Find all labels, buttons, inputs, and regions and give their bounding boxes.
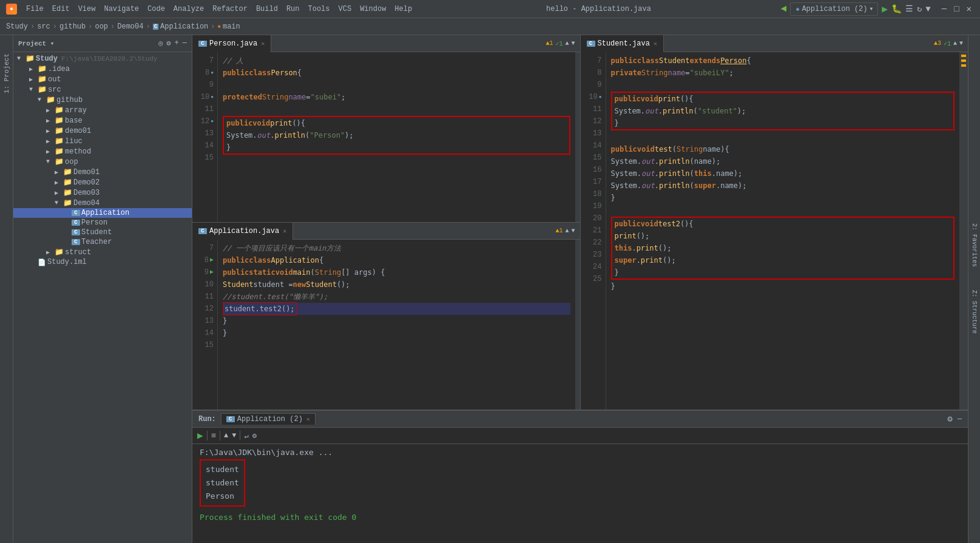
breadcrumb-oop[interactable]: oop xyxy=(95,22,108,31)
tree-item-src[interactable]: ▼ 📁 src xyxy=(13,84,192,95)
run-play-button[interactable]: ▶ xyxy=(197,430,203,442)
tree-item-base[interactable]: ▶ 📁 base xyxy=(13,115,192,126)
student-scroll-down[interactable]: ▼ xyxy=(959,40,963,47)
run-collapse-icon[interactable]: ─ xyxy=(958,415,962,423)
app-tab-close[interactable]: ✕ xyxy=(283,228,286,235)
menu-view[interactable]: View xyxy=(74,4,100,15)
tree-item-Person[interactable]: C Person xyxy=(13,218,192,228)
tree-item-liuc[interactable]: ▶ 📁 liuc xyxy=(13,136,192,146)
menu-edit[interactable]: Edit xyxy=(48,4,74,15)
run-output-box: student student Person xyxy=(200,459,245,507)
menu-tools[interactable]: Tools xyxy=(304,4,334,15)
tree-item-struct[interactable]: ▶ 📁 struct xyxy=(13,247,192,257)
tree-item-Student[interactable]: C Student xyxy=(13,228,192,237)
person-ok-badge: ✓1 xyxy=(555,40,563,47)
more-actions-button[interactable]: ▼ xyxy=(925,4,930,14)
debug-button[interactable]: 🐛 xyxy=(891,4,902,14)
project-tab-label[interactable]: 1: Project xyxy=(2,50,12,96)
breadcrumb-main[interactable]: ◆ main xyxy=(218,22,240,31)
tree-item-array[interactable]: ▶ 📁 array xyxy=(13,105,192,115)
close-button[interactable]: ✕ xyxy=(964,4,974,14)
person-code-area[interactable]: // 人 public class Person { protected Str… xyxy=(218,52,575,222)
breadcrumb-src[interactable]: src xyxy=(37,22,50,31)
tree-item-out[interactable]: ▶ 📁 out xyxy=(13,74,192,84)
sync-button[interactable]: ↻ xyxy=(917,4,922,14)
person-scroll-up[interactable]: ▲ xyxy=(565,40,569,47)
tree-item-Demo02[interactable]: ▶ 📁 Demo02 xyxy=(13,177,192,187)
tree-item-idea[interactable]: ▶ 📁 .idea xyxy=(13,64,192,74)
tab-application-java[interactable]: C Application.java ✕ xyxy=(192,223,293,240)
menu-file[interactable]: File xyxy=(22,4,48,15)
app-scrollbar[interactable] xyxy=(575,240,580,410)
tree-item-Demo04[interactable]: ▼ 📁 Demo04 xyxy=(13,198,192,208)
breadcrumb-study[interactable]: Study xyxy=(6,22,28,31)
maximize-button[interactable]: □ xyxy=(951,4,961,14)
breadcrumb-github[interactable]: github xyxy=(59,22,86,31)
breadcrumb-sep6: › xyxy=(211,22,215,31)
tree-item-demo01[interactable]: ▶ 📁 demo01 xyxy=(13,126,192,136)
person-tab-close[interactable]: ✕ xyxy=(261,40,265,47)
run-stop-button[interactable]: ■ xyxy=(211,431,216,440)
tree-item-github[interactable]: ▼ 📁 github xyxy=(13,95,192,105)
menu-navigate[interactable]: Navigate xyxy=(100,4,143,15)
menu-analyze[interactable]: Analyze xyxy=(169,4,208,15)
right-editor-pane: C Student.java ✕ ▲3 ✓1 ▲ ▼ 7 8 xyxy=(581,35,968,410)
run-tab-close[interactable]: ✕ xyxy=(306,416,310,423)
breadcrumb-sep3: › xyxy=(88,22,92,31)
build-button[interactable]: ☰ xyxy=(905,4,913,14)
run-scroll-down-button[interactable]: ▼ xyxy=(232,431,236,440)
student-scroll-up[interactable]: ▲ xyxy=(953,40,957,47)
sidebar-locate-icon[interactable]: ◎ xyxy=(158,39,163,48)
minimize-button[interactable]: ─ xyxy=(939,4,949,14)
menu-code[interactable]: Code xyxy=(143,4,169,15)
menu-bar[interactable]: File Edit View Navigate Code Analyze Ref… xyxy=(22,4,416,15)
breadcrumb-demo04[interactable]: Demo04 xyxy=(117,22,143,31)
Demo01-folder-icon: 📁 xyxy=(63,167,72,177)
run-filter-button[interactable]: ⚙ xyxy=(252,431,257,440)
back-nav-icon[interactable]: ◄ xyxy=(781,4,787,15)
tree-item-study[interactable]: ▼ 📁 Study F:\java\IDEA2020.2\Study xyxy=(13,53,192,64)
run-button[interactable]: ▶ xyxy=(882,3,888,15)
app-scroll-up[interactable]: ▲ xyxy=(565,228,569,234)
run-settings-icon[interactable]: ⚙ xyxy=(947,414,952,424)
sidebar-header: Project ▾ ◎ ⚙ + ─ xyxy=(13,35,192,52)
run-scroll-up-button[interactable]: ▲ xyxy=(224,431,228,440)
tree-item-Demo01[interactable]: ▶ 📁 Demo01 xyxy=(13,167,192,177)
sidebar-settings-icon[interactable]: ⚙ xyxy=(166,39,171,48)
run-wrap-button[interactable]: ↵ xyxy=(244,431,248,440)
tree-item-Demo03[interactable]: ▶ 📁 Demo03 xyxy=(13,187,192,198)
right-favorites-label[interactable]: 2: Favorites xyxy=(970,220,979,270)
sidebar-expand-icon[interactable]: + xyxy=(175,39,179,48)
tree-item-method[interactable]: ▶ 📁 method xyxy=(13,146,192,157)
tree-item-Application[interactable]: C Application xyxy=(13,208,192,218)
student-code-area[interactable]: public class Student extends Person { pr… xyxy=(606,52,960,410)
tree-item-study-iml[interactable]: 📄 Study.iml xyxy=(13,257,192,267)
app-scroll-down[interactable]: ▼ xyxy=(571,228,575,234)
menu-run[interactable]: Run xyxy=(282,4,304,15)
student-tab-close[interactable]: ✕ xyxy=(654,40,657,47)
tab-person-java[interactable]: C Person.java ✕ xyxy=(192,35,271,52)
app-header-badges: ▲1 ▲ ▼ xyxy=(555,228,580,234)
tree-item-oop[interactable]: ▼ 📁 oop xyxy=(13,157,192,167)
menu-build[interactable]: Build xyxy=(252,4,282,15)
sidebar-close-icon[interactable]: ─ xyxy=(183,39,187,48)
expand-method-icon: ▶ xyxy=(46,148,53,155)
menu-refactor[interactable]: Refactor xyxy=(208,4,252,15)
breadcrumb-application[interactable]: C Application xyxy=(153,22,209,31)
student-code-view: 7 8 9 10● 11 12 13 14 15 16 17 18 19 20 xyxy=(581,52,968,410)
out-folder-icon: 📁 xyxy=(38,75,47,84)
menu-window[interactable]: Window xyxy=(356,4,390,15)
tree-item-Teacher[interactable]: C Teacher xyxy=(13,237,192,247)
run-config-dropdown[interactable]: ◆ Application (2) ▼ xyxy=(790,2,878,16)
person-editor: C Person.java ✕ ▲1 ✓1 ▲ ▼ xyxy=(192,35,580,223)
tab-student-java[interactable]: C Student.java ✕ xyxy=(581,35,664,52)
person-scroll-down[interactable]: ▼ xyxy=(571,40,575,47)
left-editor-pane: C Person.java ✕ ▲1 ✓1 ▲ ▼ xyxy=(192,35,581,410)
menu-vcs[interactable]: VCS xyxy=(334,4,356,15)
Student-class-icon: C xyxy=(72,229,80,235)
menu-help[interactable]: Help xyxy=(390,4,416,15)
right-structure-label[interactable]: Z: Structure xyxy=(970,287,979,337)
app-code-area[interactable]: // 一个项目应该只有一个main方法 public class Applica… xyxy=(218,240,575,410)
run-tab-active[interactable]: C Application (2) ✕ xyxy=(221,413,316,425)
person-scrollbar[interactable] xyxy=(575,52,580,222)
